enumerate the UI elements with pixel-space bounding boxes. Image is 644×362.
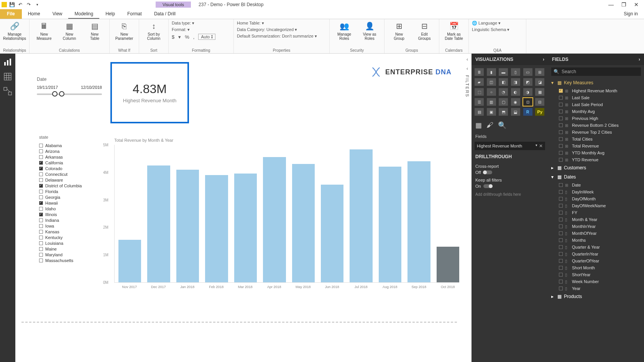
chevron-down-icon[interactable]: ▾ (536, 143, 537, 149)
keep-filters-toggle[interactable]: On (475, 184, 544, 188)
table-header[interactable]: ▾▦Key Measures (548, 78, 644, 87)
chevron-down-icon[interactable]: ▾ (551, 174, 555, 180)
checkbox-icon[interactable] (39, 247, 43, 251)
sort-by-column-button[interactable]: ↕Sort by Column (142, 21, 165, 41)
viz-type-icon[interactable]: ◐ (511, 88, 520, 96)
field-item[interactable]: ▯Quarter & Year (548, 244, 644, 251)
checkbox-icon[interactable] (39, 230, 43, 234)
field-item[interactable]: ▯QuarterOfYear (548, 257, 644, 264)
field-well-item[interactable]: Highest Revenue Month ▾✕ (475, 142, 545, 150)
table-header[interactable]: ▸▦Customers (548, 163, 644, 172)
field-item[interactable]: ⊞Revenue Bottom 2 Cities (548, 122, 644, 129)
checkbox-icon[interactable] (559, 280, 563, 283)
checkbox-icon[interactable] (559, 190, 563, 194)
chevron-right-icon[interactable]: ▸ (551, 294, 555, 299)
tab-file[interactable]: File (0, 9, 22, 19)
viz-type-icon[interactable]: ◪ (535, 78, 544, 86)
date-end-value[interactable]: 12/10/2018 (81, 85, 102, 90)
format-tab-icon[interactable]: 🖌 (486, 121, 493, 129)
state-item[interactable]: Arkansas (39, 154, 104, 160)
checkbox-icon[interactable] (39, 149, 43, 153)
state-item[interactable]: Hawaii (39, 200, 104, 206)
viz-type-icon[interactable]: ◩ (523, 78, 532, 86)
decimal-places-input[interactable]: Auto▴▾ (198, 34, 215, 40)
checkbox-icon[interactable] (39, 167, 43, 170)
manage-relationships-button[interactable]: 🔗Manage Relationships (3, 21, 26, 41)
viz-type-icon[interactable]: R (523, 108, 532, 116)
field-item[interactable]: ▯DayInWeek (548, 188, 644, 195)
checkbox-icon[interactable] (559, 266, 563, 270)
checkbox-icon[interactable] (559, 116, 563, 120)
sign-in-link[interactable]: Sign in (618, 9, 644, 19)
field-item[interactable]: ⊞Total Revenue (548, 143, 644, 149)
close-icon[interactable]: ✕ (634, 2, 639, 8)
state-item[interactable]: Illinois (39, 211, 104, 217)
checkbox-icon[interactable] (559, 273, 563, 277)
cross-report-toggle[interactable]: Off (475, 170, 544, 175)
state-item[interactable]: Iowa (39, 223, 104, 229)
viz-type-icon[interactable]: ◉ (511, 98, 520, 106)
mark-date-table-button[interactable]: 📅Mark as Date Table (442, 21, 465, 41)
state-item[interactable]: Kansas (39, 229, 104, 234)
checkbox-icon[interactable] (559, 137, 563, 141)
chart-bar[interactable] (437, 247, 459, 282)
viz-type-icon[interactable]: Py (535, 108, 544, 116)
home-table-label[interactable]: Home Table: (237, 21, 261, 25)
chart-bar[interactable] (205, 175, 228, 282)
tab-format[interactable]: Format (121, 9, 148, 19)
checkbox-icon[interactable] (39, 184, 43, 188)
bar-chart[interactable]: Total Revenue by Month & Year 0M1M2M3M4M… (114, 138, 459, 299)
currency-button[interactable]: $ (172, 34, 174, 40)
checkbox-icon[interactable] (559, 144, 563, 148)
checkbox-icon[interactable] (559, 123, 563, 127)
new-parameter-button[interactable]: ⎘New Parameter (113, 21, 136, 41)
viz-type-icon[interactable]: ▣ (487, 108, 496, 116)
viz-type-icon[interactable]: ⬓ (511, 108, 520, 116)
checkbox-icon[interactable] (559, 151, 563, 155)
checkbox-icon[interactable] (559, 103, 563, 106)
date-slider-track[interactable] (37, 93, 102, 95)
state-item[interactable]: District of Columbia (39, 183, 104, 188)
comma-button[interactable]: , (193, 34, 195, 40)
viz-type-icon[interactable]: ▢ (499, 98, 508, 106)
viz-type-icon[interactable]: ▭ (523, 68, 532, 76)
chart-bar[interactable] (350, 149, 372, 282)
percent-button[interactable]: % (185, 34, 189, 40)
viz-type-icon[interactable]: ⊞ (535, 68, 544, 76)
chevron-left-icon[interactable]: ‹ (467, 57, 468, 62)
field-item[interactable]: ▯MonthOfYear (548, 230, 644, 237)
chart-bar[interactable] (234, 174, 257, 282)
field-item[interactable]: ⊞Revenue Top 2 Cities (548, 129, 644, 136)
field-item[interactable]: ▯MonthInYear (548, 223, 644, 230)
new-column-button[interactable]: ▦New Column (58, 21, 81, 41)
checkbox-icon[interactable] (559, 158, 563, 162)
checkbox-icon[interactable] (559, 238, 563, 242)
redo-icon[interactable]: ↷ (25, 1, 32, 8)
checkbox-icon[interactable] (559, 130, 563, 134)
checkbox-icon[interactable] (559, 259, 563, 263)
state-item[interactable]: Indiana (39, 217, 104, 223)
field-item[interactable]: ▯Short Month (548, 264, 644, 271)
new-table-button[interactable]: ▤New Table (83, 21, 106, 41)
report-canvas[interactable]: Date 19/11/2017 12/10/2018 4.83M Highest… (15, 54, 463, 362)
chevron-down-icon[interactable]: ▾ (551, 80, 555, 85)
field-item[interactable]: ⊞Total Cities (548, 136, 644, 143)
tab-data-drill[interactable]: Data / Drill (148, 9, 182, 19)
checkbox-icon[interactable] (39, 213, 43, 216)
model-view-icon[interactable] (3, 87, 12, 96)
checkbox-icon[interactable] (39, 155, 43, 159)
data-view-icon[interactable] (3, 72, 12, 81)
field-item[interactable]: ▯Year (548, 285, 644, 292)
checkbox-icon[interactable] (39, 253, 43, 257)
checkbox-icon[interactable] (39, 201, 43, 205)
date-slicer[interactable]: Date 19/11/2017 12/10/2018 (37, 77, 102, 95)
field-item[interactable]: ▯DayOfWeekName (548, 202, 644, 209)
filters-pane-collapsed[interactable]: ‹ ‹ FILTERS (463, 54, 472, 362)
chart-bar[interactable] (263, 157, 286, 282)
state-item[interactable]: Florida (39, 188, 104, 194)
fields-search-input[interactable]: 🔍Search (551, 67, 641, 76)
state-slicer[interactable]: state AlabamaArizonaArkansasCaliforniaCo… (39, 135, 104, 263)
chevron-right-icon[interactable]: › (639, 57, 640, 62)
checkbox-icon[interactable] (39, 161, 43, 165)
checkbox-icon[interactable] (559, 89, 563, 93)
